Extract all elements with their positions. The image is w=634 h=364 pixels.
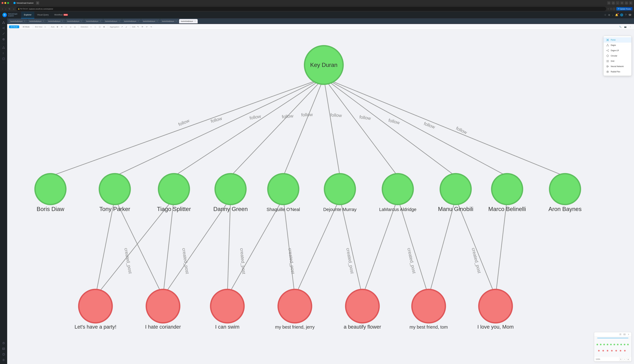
edit-btn-1[interactable]: ✎ bbox=[136, 25, 140, 29]
node-danny-green[interactable] bbox=[215, 174, 246, 204]
sidebar-item-filter[interactable] bbox=[1, 37, 6, 42]
auto-btn-3[interactable]: □ bbox=[64, 25, 68, 29]
detection-btn-1[interactable]: ○ bbox=[89, 25, 93, 29]
layout-icon[interactable]: ⊹ bbox=[604, 14, 606, 16]
notification-icon[interactable]: 🔔 bbox=[615, 14, 618, 16]
layout-item-dagre-lr[interactable]: Dagre-LR bbox=[604, 48, 631, 53]
detection-btn-2[interactable]: □ bbox=[94, 25, 97, 29]
graph-tab-close-2[interactable]: ✕ bbox=[62, 20, 63, 22]
auto-btn-5[interactable]: ◻ bbox=[73, 25, 77, 29]
zoom-out-button[interactable]: − bbox=[623, 358, 626, 361]
profile-icon[interactable]: ◯ bbox=[613, 8, 615, 10]
graph-tab-close-8[interactable]: ✕ bbox=[175, 20, 177, 22]
tab-visual-query[interactable]: Visual Query bbox=[34, 12, 52, 18]
sidebar-item-sigma[interactable]: Σ bbox=[1, 51, 6, 56]
help-icon[interactable]: ? bbox=[625, 14, 626, 16]
graph-tab-9[interactable]: basketballplayer ✕ bbox=[179, 19, 198, 24]
home-button[interactable]: ⌂ bbox=[12, 7, 15, 10]
sidebar-item-graph[interactable] bbox=[1, 20, 6, 25]
update-ready-button[interactable]: ⟳ Update Ready bbox=[616, 7, 632, 10]
layout-item-dagre[interactable]: Dagre bbox=[604, 42, 631, 48]
sidebar-item-settings[interactable] bbox=[1, 358, 6, 362]
refresh-button[interactable]: ↻ bbox=[8, 7, 11, 10]
download-icon[interactable]: ↓ bbox=[612, 14, 613, 16]
auto-btn-4[interactable]: ◇ bbox=[69, 25, 72, 29]
win-person-icon[interactable]: ◯ bbox=[625, 1, 628, 5]
detection-btn-3[interactable]: ⬡ bbox=[98, 25, 102, 29]
graph-canvas[interactable]: follow follow follow follow follow follo… bbox=[7, 30, 634, 364]
sidebar-item-help[interactable]: ? bbox=[1, 352, 6, 357]
node-coriander[interactable] bbox=[146, 290, 180, 323]
export-icon-btn[interactable]: ↑ bbox=[628, 25, 632, 29]
graph-tab-7[interactable]: basketballplayer ✕ bbox=[141, 19, 160, 24]
node-swim[interactable] bbox=[210, 290, 244, 323]
browser-tab-active[interactable]: NebulaGraph Explorer bbox=[12, 1, 36, 5]
close-button[interactable] bbox=[2, 2, 4, 4]
graph-tab-4[interactable]: basketballplayer ✕ bbox=[84, 19, 103, 24]
aggregation-btn-2[interactable]: ↙ bbox=[124, 25, 128, 29]
people-icon[interactable]: ⊕ bbox=[608, 14, 610, 16]
global-icon[interactable]: 🌐 bbox=[620, 14, 623, 16]
forward-button[interactable]: › bbox=[5, 7, 7, 10]
aggregation-btn-1[interactable]: ↗ bbox=[120, 25, 124, 29]
edit-btn-3[interactable]: ↩ bbox=[145, 25, 149, 29]
layout-item-force[interactable]: Force bbox=[604, 37, 631, 42]
node-jerry[interactable] bbox=[278, 290, 312, 323]
graph-tab-close-5[interactable]: ✕ bbox=[118, 20, 120, 22]
auto-btn-1[interactable]: ⊕ bbox=[56, 25, 59, 29]
sidebar-item-line[interactable] bbox=[1, 31, 6, 36]
node-lamarcus-aldridge[interactable] bbox=[382, 174, 413, 204]
graph-tab-5[interactable]: basketballplayer ✕ bbox=[103, 19, 122, 24]
tab-workflow[interactable]: Workflow Beta bbox=[52, 12, 71, 18]
edit-btn-2[interactable]: ⟳ bbox=[140, 25, 144, 29]
graph-tab-close-3[interactable]: ✕ bbox=[80, 20, 82, 22]
node-party[interactable] bbox=[79, 290, 112, 323]
graph-tab-8[interactable]: basketballplayer ✕ bbox=[160, 19, 179, 24]
minimap-expand-btn[interactable]: » bbox=[627, 333, 630, 336]
maximize-button[interactable] bbox=[7, 2, 9, 4]
node-flower[interactable] bbox=[346, 290, 379, 323]
search-icon-btn[interactable]: 🔍 bbox=[618, 25, 622, 29]
node-shaquille-oneal[interactable] bbox=[268, 174, 299, 204]
graph-tab-1[interactable]: basketballplayer ✕ bbox=[28, 19, 46, 24]
graph-tab-close-7[interactable]: ✕ bbox=[156, 20, 158, 22]
graph-tab-close-0[interactable]: ✕ bbox=[24, 20, 25, 22]
win-sync-icon[interactable]: ⟳ bbox=[620, 1, 624, 5]
node-aron-baynes[interactable] bbox=[550, 174, 580, 204]
sidebar-item-shape[interactable] bbox=[1, 45, 6, 50]
minimize-button[interactable] bbox=[4, 2, 6, 4]
phone-icon[interactable]: ☎ bbox=[628, 14, 632, 16]
win-close-icon[interactable]: ✕ bbox=[629, 1, 632, 5]
graph-tab-0[interactable]: basketballplayer ✕ bbox=[8, 19, 27, 24]
win-download-icon[interactable]: ↓ bbox=[616, 1, 619, 5]
node-manu-ginobili[interactable] bbox=[440, 174, 471, 204]
new-tab-button[interactable]: + bbox=[36, 2, 39, 4]
sidebar-item-table[interactable] bbox=[1, 346, 6, 351]
edit-btn-4[interactable]: ↪ bbox=[149, 25, 153, 29]
auto-btn-2[interactable]: ✕ bbox=[60, 25, 64, 29]
node-tiago-splitter[interactable] bbox=[158, 174, 190, 204]
graph-tab-3[interactable]: basketballplayer ✕ bbox=[65, 19, 84, 24]
node-marco-belinelli[interactable] bbox=[492, 174, 522, 204]
zoom-in-button[interactable]: + bbox=[619, 358, 622, 361]
node-boris-diaw[interactable] bbox=[35, 174, 66, 204]
node-dejounte-murray[interactable] bbox=[324, 174, 356, 204]
mode-2d-button[interactable]: 2D Mode bbox=[9, 26, 19, 28]
graph-tab-close-1[interactable]: ✕ bbox=[42, 20, 44, 22]
back-button[interactable]: ‹ bbox=[2, 7, 4, 10]
mode-3d-button[interactable]: 3D Mode bbox=[21, 26, 31, 28]
layout-item-circular[interactable]: Circular bbox=[604, 53, 631, 58]
graph-tab-close-4[interactable]: ✕ bbox=[100, 20, 101, 22]
address-input-area[interactable]: 🔓 Not Secure explorer.vesoft-inc.com/exp… bbox=[16, 7, 606, 11]
extensions-icon[interactable]: ⬡ bbox=[610, 8, 612, 10]
graph-tab-2[interactable]: basketballplayer ✕ bbox=[46, 19, 65, 24]
layout-item-grid[interactable]: Grid bbox=[604, 58, 631, 64]
graph-tab-close-9[interactable]: ✕ bbox=[194, 20, 196, 22]
node-tom[interactable] bbox=[412, 290, 445, 323]
win-share-icon[interactable]: ⬡ bbox=[607, 1, 610, 5]
node-tony-parker[interactable] bbox=[99, 174, 130, 204]
sidebar-item-history[interactable] bbox=[1, 340, 6, 346]
node-mom[interactable] bbox=[479, 290, 512, 323]
bird-view-btn-1[interactable]: □ bbox=[43, 25, 47, 29]
layout-item-radial-flex[interactable]: Radial-Flex bbox=[604, 69, 631, 74]
